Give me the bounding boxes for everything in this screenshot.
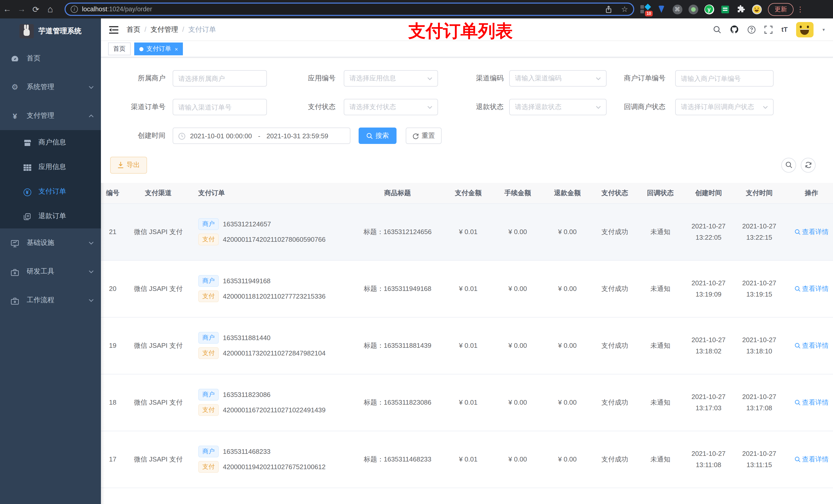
sidebar-item-pay-order[interactable]: ¥ 支付订单 bbox=[0, 179, 101, 204]
browser-reload-icon[interactable]: ⟳ bbox=[29, 4, 43, 14]
view-detail-link[interactable]: 查看详情 bbox=[794, 455, 829, 464]
sidebar-item-infra[interactable]: 基础设施 bbox=[0, 229, 101, 257]
table-row: 19 微信 JSAPI 支付 商户1635311881440 支付4200001… bbox=[101, 317, 833, 374]
cell-paid: 2021-10-2713:18:10 bbox=[734, 317, 784, 374]
extension-command-icon[interactable]: ⌘ bbox=[672, 4, 682, 14]
refund-status-label: 退款状态 bbox=[451, 102, 504, 112]
table-row: 17 微信 JSAPI 支付 商户1635311468233 支付4200001… bbox=[101, 431, 833, 488]
tag-pay-order[interactable]: 支付订单 × bbox=[134, 43, 183, 55]
sidebar-item-app-info[interactable]: 应用信息 bbox=[0, 155, 101, 179]
reset-button[interactable]: 重置 bbox=[406, 127, 442, 144]
notify-status-select[interactable]: 请选择订单回调商户状态 bbox=[675, 99, 774, 115]
browser-chrome: ← → ⟳ ⌂ i localhost:1024/pay/order ☆ 10 … bbox=[0, 0, 833, 19]
chevron-down-icon bbox=[89, 83, 94, 91]
tag-home[interactable]: 首页 bbox=[108, 43, 130, 55]
cell-status: 支付成功 bbox=[592, 317, 638, 374]
cell-title: 标题：1635311949168 bbox=[351, 260, 444, 317]
view-detail-link[interactable]: 查看详情 bbox=[794, 284, 829, 293]
chevron-down-icon bbox=[596, 74, 601, 83]
view-detail-link[interactable]: 查看详情 bbox=[794, 398, 829, 407]
show-search-toggle-button[interactable] bbox=[781, 158, 796, 172]
fullscreen-icon[interactable] bbox=[764, 25, 772, 33]
cell-amount: ¥ 0.01 bbox=[444, 374, 492, 431]
site-info-icon[interactable]: i bbox=[71, 6, 78, 13]
cell-created: 2021-10-2713:19:09 bbox=[683, 260, 734, 317]
app-logo[interactable]: 芋道管理系统 bbox=[0, 19, 101, 44]
sidebar-item-label: 支付订单 bbox=[39, 187, 66, 196]
extensions-puzzle-icon[interactable] bbox=[736, 4, 746, 14]
sidebar-item-label: 系统管理 bbox=[27, 82, 54, 92]
breadcrumb-home[interactable]: 首页 bbox=[126, 25, 140, 34]
channel-code-select[interactable]: 请输入渠道编码 bbox=[509, 70, 606, 87]
cell-id: 18 bbox=[101, 374, 124, 431]
extension-y-icon[interactable]: y bbox=[704, 4, 714, 14]
pay-status-select[interactable]: 请选择支付状态 bbox=[344, 99, 438, 115]
main-area: 首页 / 支付管理 / 支付订单 支付订单列表 tT ▾ 首页 支付订单 bbox=[101, 19, 833, 504]
tag-close-icon[interactable]: × bbox=[175, 46, 178, 52]
font-size-icon[interactable]: tT bbox=[781, 26, 788, 33]
sidebar-item-home[interactable]: 首页 bbox=[0, 44, 101, 73]
sidebar-item-merchant-info[interactable]: 商户信息 bbox=[0, 130, 101, 155]
date-end[interactable]: 2021-10-31 23:59:59 bbox=[266, 132, 328, 140]
sidebar-item-refund-order[interactable]: 退款订单 bbox=[0, 204, 101, 229]
extension-grid-icon[interactable]: 10 bbox=[640, 4, 651, 14]
profile-avatar-icon[interactable] bbox=[752, 4, 762, 14]
extension-gem-icon[interactable] bbox=[656, 4, 667, 14]
chevron-down-icon bbox=[89, 268, 94, 275]
sidebar-item-workflow[interactable]: 工作流程 bbox=[0, 286, 101, 314]
refresh-table-button[interactable] bbox=[801, 158, 815, 172]
refund-status-select[interactable]: 请选择退款状态 bbox=[509, 99, 606, 115]
browser-home-icon[interactable]: ⌂ bbox=[43, 4, 57, 15]
browser-forward-icon[interactable]: → bbox=[14, 5, 29, 14]
merchant-order-no-input[interactable] bbox=[675, 70, 774, 87]
page-content: 所属商户 应用编号 请选择应用信息 渠道编码 请输入渠道编码 商户订单编号 渠道… bbox=[101, 57, 833, 504]
search-button[interactable]: 搜索 bbox=[359, 127, 397, 144]
cell-channel: 微信 JSAPI 支付 bbox=[124, 317, 192, 374]
cell-refund: ¥ 0.00 bbox=[543, 260, 592, 317]
cell-status: 支付成功 bbox=[592, 203, 638, 260]
browser-menu-icon[interactable]: ⋮ bbox=[796, 5, 804, 13]
gear-icon: ⚙ bbox=[10, 82, 20, 92]
sidebar-item-payment[interactable]: ¥ 支付管理 bbox=[0, 101, 101, 130]
sidebar-item-system[interactable]: ⚙ 系统管理 bbox=[0, 73, 101, 101]
url-text: localhost:1024/pay/order bbox=[82, 6, 152, 13]
sidebar-collapse-icon[interactable] bbox=[109, 25, 118, 34]
create-time-range-picker[interactable]: 2021-10-01 00:00:00 - 2021-10-31 23:59:5… bbox=[173, 127, 351, 144]
browser-update-button[interactable]: 更新 bbox=[768, 3, 793, 16]
date-start[interactable]: 2021-10-01 00:00:00 bbox=[190, 132, 252, 140]
browser-back-icon[interactable]: ← bbox=[0, 5, 14, 14]
view-detail-link[interactable]: 查看详情 bbox=[794, 227, 829, 236]
url-path: :1024/pay/order bbox=[107, 6, 152, 13]
share-icon[interactable] bbox=[605, 5, 612, 13]
merchant-tag: 商户 bbox=[198, 446, 219, 457]
channel-order-no-input[interactable] bbox=[173, 99, 267, 115]
address-bar[interactable]: i localhost:1024/pay/order ☆ bbox=[65, 3, 634, 16]
cell-refund: ¥ 0.00 bbox=[543, 317, 592, 374]
cell-fee: ¥ 0.00 bbox=[492, 374, 543, 431]
avatar-caret-icon[interactable]: ▾ bbox=[823, 27, 825, 32]
table-row: 21 微信 JSAPI 支付 商户1635312124657 支付4200001… bbox=[101, 203, 833, 260]
cell-amount: ¥ 0.01 bbox=[444, 317, 492, 374]
bookmark-star-icon[interactable]: ☆ bbox=[621, 5, 628, 14]
yen-icon: ¥ bbox=[10, 112, 20, 120]
merchant-input[interactable] bbox=[173, 70, 267, 87]
sidebar-item-label: 基础设施 bbox=[27, 238, 54, 247]
col-id: 编号 bbox=[101, 183, 124, 203]
clock-icon bbox=[178, 131, 186, 140]
extension-chat-icon[interactable] bbox=[720, 4, 730, 14]
cell-created: 2021-10-2713:11:08 bbox=[683, 431, 734, 488]
export-button[interactable]: 导出 bbox=[110, 157, 147, 173]
breadcrumb-payment[interactable]: 支付管理 bbox=[151, 25, 178, 34]
github-icon[interactable] bbox=[730, 25, 739, 34]
merchant-tag: 商户 bbox=[198, 218, 219, 230]
search-icon[interactable] bbox=[713, 25, 721, 33]
cell-order: 商户1635311949168 支付4200001181202110277723… bbox=[192, 260, 351, 317]
user-avatar[interactable] bbox=[796, 22, 814, 37]
help-icon[interactable] bbox=[747, 25, 756, 33]
app-select[interactable]: 请选择应用信息 bbox=[344, 70, 438, 87]
sidebar-item-label: 商户信息 bbox=[39, 138, 66, 147]
view-detail-link[interactable]: 查看详情 bbox=[794, 341, 829, 350]
extension-record-icon[interactable] bbox=[688, 4, 698, 14]
sidebar-item-label: 研发工具 bbox=[27, 267, 54, 276]
sidebar-item-devtools[interactable]: 研发工具 bbox=[0, 257, 101, 286]
